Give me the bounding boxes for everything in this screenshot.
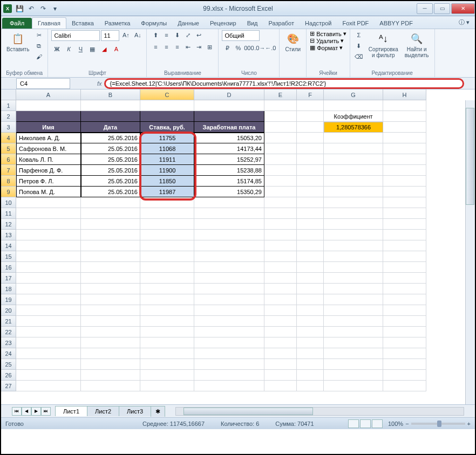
- cell-F1[interactable]: [297, 100, 324, 111]
- cell-E26[interactable]: [264, 370, 297, 381]
- cell-A23[interactable]: [16, 337, 81, 348]
- cell-F10[interactable]: [297, 197, 324, 208]
- undo-icon[interactable]: ↶: [26, 3, 37, 14]
- cell-A22[interactable]: [16, 327, 81, 337]
- cell-A1[interactable]: [16, 100, 81, 111]
- cell-F19[interactable]: [297, 294, 324, 305]
- cell-A14[interactable]: [16, 240, 81, 251]
- cell-G10[interactable]: [324, 197, 383, 208]
- cell-F17[interactable]: [297, 273, 324, 284]
- fx-icon[interactable]: fx: [97, 80, 102, 87]
- cell-rate-5[interactable]: 11850: [140, 176, 194, 187]
- cell-date-1[interactable]: 25.05.2016: [81, 133, 140, 143]
- row-header-6[interactable]: 6: [1, 154, 16, 165]
- cell-H25[interactable]: [383, 359, 426, 370]
- sort-filter-button[interactable]: ᴬ↓ Сортировка и фильтр: [366, 30, 400, 60]
- cell-D19[interactable]: [194, 294, 264, 305]
- tab-layout[interactable]: Разметка: [99, 18, 136, 29]
- cell-E20[interactable]: [264, 305, 297, 316]
- cell-H1[interactable]: [383, 100, 426, 111]
- cell-C18[interactable]: [140, 284, 194, 294]
- cell-C27[interactable]: [140, 381, 194, 391]
- cell-G19[interactable]: [324, 294, 383, 305]
- cell-B2[interactable]: [81, 111, 140, 122]
- koef-value[interactable]: 1,280578366: [324, 122, 383, 133]
- cell-D25[interactable]: [194, 359, 264, 370]
- cell-A20[interactable]: [16, 305, 81, 316]
- cell-D17[interactable]: [194, 273, 264, 284]
- font-name-combo[interactable]: Calibri: [51, 30, 100, 41]
- sheet-nav-last-icon[interactable]: ⏭: [41, 407, 51, 416]
- cell-H4[interactable]: [383, 133, 426, 143]
- cell-salary-6[interactable]: 15350,29: [194, 187, 264, 197]
- cell-E4[interactable]: [264, 133, 297, 143]
- cell-E25[interactable]: [264, 359, 297, 370]
- cell-H24[interactable]: [383, 348, 426, 359]
- cell-name-5[interactable]: Петров Ф. Л.: [16, 176, 81, 187]
- cell-A19[interactable]: [16, 294, 81, 305]
- cell-C21[interactable]: [140, 316, 194, 327]
- orientation-icon[interactable]: ⤢: [182, 30, 193, 40]
- maximize-button[interactable]: ▭: [434, 3, 450, 14]
- cell-D14[interactable]: [194, 240, 264, 251]
- cell-A11[interactable]: [16, 208, 81, 219]
- hdr-name[interactable]: Имя: [16, 122, 81, 133]
- align-bottom-icon[interactable]: ⬇: [172, 30, 182, 40]
- cell-name-4[interactable]: Парфенов Д. Ф.: [16, 165, 81, 176]
- zoom-thumb[interactable]: [437, 420, 441, 427]
- cell-B14[interactable]: [81, 240, 140, 251]
- cell-D1[interactable]: [194, 100, 264, 111]
- cell-salary-4[interactable]: 15238,88: [194, 165, 264, 176]
- cell-rate-2[interactable]: 11068: [140, 143, 194, 154]
- hdr-date[interactable]: Дата: [81, 122, 140, 133]
- cell-G8[interactable]: [324, 176, 383, 187]
- cell-D18[interactable]: [194, 284, 264, 294]
- cell-H12[interactable]: [383, 219, 426, 230]
- cell-B23[interactable]: [81, 337, 140, 348]
- cell-B16[interactable]: [81, 262, 140, 273]
- cell-C26[interactable]: [140, 370, 194, 381]
- cell-C12[interactable]: [140, 219, 194, 230]
- underline-icon[interactable]: Ч: [75, 44, 86, 54]
- cell-E15[interactable]: [264, 251, 297, 262]
- cell-E21[interactable]: [264, 316, 297, 327]
- cell-D22[interactable]: [194, 327, 264, 337]
- fill-icon[interactable]: ⬇: [353, 41, 364, 51]
- cell-B20[interactable]: [81, 305, 140, 316]
- name-box[interactable]: C4: [16, 78, 70, 89]
- cell-C14[interactable]: [140, 240, 194, 251]
- cell-H10[interactable]: [383, 197, 426, 208]
- cell-H19[interactable]: [383, 294, 426, 305]
- cell-A24[interactable]: [16, 348, 81, 359]
- cell-A25[interactable]: [16, 359, 81, 370]
- cell-salary-3[interactable]: 15252,97: [194, 154, 264, 165]
- cell-A21[interactable]: [16, 316, 81, 327]
- cell-H9[interactable]: [383, 187, 426, 197]
- tab-insert[interactable]: Вставка: [66, 18, 99, 29]
- row-header-17[interactable]: 17: [1, 273, 16, 284]
- cell-date-2[interactable]: 25.05.2016: [81, 143, 140, 154]
- cell-name-6[interactable]: Попова М. Д.: [16, 187, 81, 197]
- hscroll-thumb[interactable]: [183, 408, 313, 415]
- cell-F13[interactable]: [297, 230, 324, 240]
- cell-G1[interactable]: [324, 100, 383, 111]
- cell-C10[interactable]: [140, 197, 194, 208]
- cell-rate-3[interactable]: 11911: [140, 154, 194, 165]
- row-header-23[interactable]: 23: [1, 337, 16, 348]
- cell-C16[interactable]: [140, 262, 194, 273]
- row-header-20[interactable]: 20: [1, 305, 16, 316]
- cell-G11[interactable]: [324, 208, 383, 219]
- cell-D15[interactable]: [194, 251, 264, 262]
- cell-B15[interactable]: [81, 251, 140, 262]
- cell-C23[interactable]: [140, 337, 194, 348]
- tab-data[interactable]: Данные: [172, 18, 205, 29]
- cell-E13[interactable]: [264, 230, 297, 240]
- cell-C2[interactable]: [140, 111, 194, 122]
- cell-E7[interactable]: [264, 165, 297, 176]
- cell-D11[interactable]: [194, 208, 264, 219]
- cell-A18[interactable]: [16, 284, 81, 294]
- view-layout-icon[interactable]: [360, 419, 371, 428]
- cell-salary-5[interactable]: 15174,85: [194, 176, 264, 187]
- cell-H14[interactable]: [383, 240, 426, 251]
- cell-B11[interactable]: [81, 208, 140, 219]
